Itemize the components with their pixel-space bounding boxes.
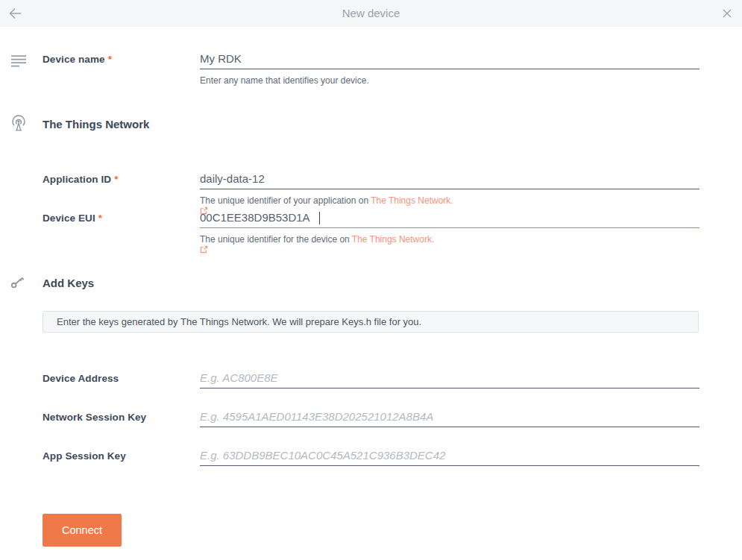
external-link-icon[interactable] — [200, 245, 699, 254]
app-session-key-label: App Session Key — [43, 447, 200, 466]
back-arrow-icon — [7, 5, 23, 22]
ttn-link[interactable]: The Things Network. — [371, 195, 453, 206]
section-title-add-keys: Add Keys — [43, 277, 94, 289]
text-cursor — [319, 212, 320, 224]
key-icon — [10, 274, 26, 290]
app-session-key-input[interactable] — [200, 447, 699, 465]
device-eui-helper: The unique identifier for the device onT… — [200, 234, 699, 254]
info-box: Enter the keys generated by The Things N… — [43, 311, 699, 333]
network-session-key-input[interactable] — [200, 409, 699, 427]
device-address-label: Device Address — [43, 370, 200, 388]
modal-header: New device — [0, 0, 742, 27]
field-row-app-session-key: App Session Key — [43, 447, 699, 466]
field-row-network-session-key: Network Session Key — [43, 409, 699, 427]
text-lines-icon — [11, 53, 26, 68]
device-name-label: Device name* — [43, 51, 200, 86]
ttn-link[interactable]: The Things Network. — [352, 234, 435, 245]
close-button[interactable] — [717, 4, 738, 23]
field-row-application-id: Application ID* The unique identifier of… — [43, 171, 699, 215]
connect-button[interactable]: Connect — [43, 514, 122, 547]
close-icon — [721, 7, 733, 19]
field-row-device-eui: Device EUI* The unique identifier for th… — [43, 210, 699, 254]
required-asterisk: * — [114, 174, 118, 185]
back-button[interactable] — [4, 4, 25, 23]
section-title-ttn: The Things Network — [43, 118, 149, 130]
field-row-device-name: Device name* Enter any name that identif… — [43, 51, 699, 86]
device-address-input[interactable] — [200, 370, 699, 388]
application-id-label: Application ID* — [43, 171, 200, 215]
network-session-key-label: Network Session Key — [43, 409, 200, 427]
required-asterisk: * — [98, 213, 102, 224]
application-id-input[interactable] — [200, 171, 699, 189]
page-title: New device — [0, 0, 742, 27]
device-name-input[interactable] — [200, 51, 699, 69]
required-asterisk: * — [108, 54, 112, 65]
field-row-device-address: Device Address — [43, 370, 699, 388]
device-eui-label: Device EUI* — [43, 210, 200, 254]
antenna-broadcast-icon — [10, 114, 28, 133]
device-name-helper: Enter any name that identifies your devi… — [200, 75, 699, 86]
device-eui-input[interactable] — [200, 210, 699, 227]
